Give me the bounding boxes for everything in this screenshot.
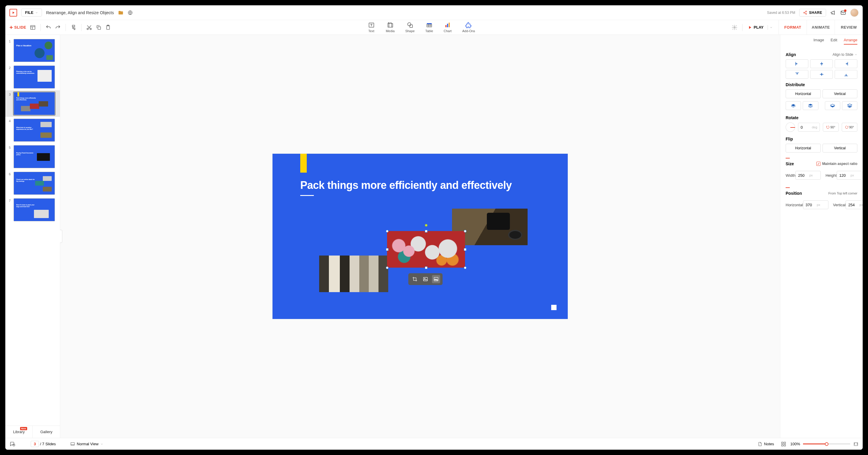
flip-vertical[interactable]: Vertical (823, 144, 858, 153)
mail-icon[interactable] (840, 10, 846, 15)
insert-shape[interactable]: Shape (405, 22, 415, 33)
play-dropdown[interactable] (768, 25, 774, 30)
align-title: Align (786, 52, 796, 57)
tab-gallery[interactable]: Gallery (32, 426, 60, 438)
resize-handle-e[interactable] (464, 248, 466, 251)
align-center-v[interactable] (810, 70, 833, 79)
zoom-value: 100% (790, 442, 800, 446)
bring-forward[interactable] (786, 101, 801, 110)
resize-handle-se[interactable] (464, 266, 466, 269)
resize-handle-nw[interactable] (386, 230, 389, 232)
align-top[interactable] (786, 70, 808, 79)
toolbar: + SLIDE Text Media (5, 20, 779, 35)
view-mode-dropdown[interactable]: Normal View (68, 440, 106, 448)
globe-icon[interactable] (128, 10, 133, 15)
bring-to-front[interactable] (803, 101, 818, 110)
slide-title[interactable]: Pack things more efficiently and effecti… (300, 179, 512, 192)
insert-chart[interactable]: Chart (444, 22, 452, 33)
tab-review[interactable]: REVIEW (835, 20, 863, 35)
table-icon (426, 22, 433, 28)
align-center-h[interactable] (810, 59, 833, 68)
comments-icon[interactable] (9, 441, 16, 447)
megaphone-icon[interactable] (830, 10, 836, 15)
align-left[interactable] (786, 59, 808, 68)
current-slide-input[interactable] (31, 441, 39, 447)
fit-image-button[interactable] (432, 275, 440, 283)
addons-icon (465, 22, 472, 28)
insert-text[interactable]: Text (368, 22, 375, 33)
share-button[interactable]: SHARE (799, 9, 826, 17)
slide-thumb-5[interactable]: 5 Buying Travel Insurance policy (5, 143, 60, 170)
slide-thumb-4[interactable]: 4 What kind of vacation experience do yo… (5, 117, 60, 143)
fit-screen-icon[interactable] (853, 442, 859, 447)
tab-format[interactable]: FORMAT (779, 20, 807, 35)
maintain-aspect-checkbox[interactable]: ✓ Maintain aspect ratio (816, 162, 857, 166)
slide-thumb-3[interactable]: 3 Pack things more efficiently and effec… (5, 90, 60, 117)
send-to-back[interactable] (842, 101, 857, 110)
size-title: Size (786, 161, 794, 166)
redo-icon[interactable] (55, 25, 61, 30)
share-icon (803, 11, 807, 15)
slide-canvas[interactable]: Pack things more efficiently and effecti… (273, 154, 568, 319)
subtab-image[interactable]: Image (813, 38, 824, 44)
crop-button[interactable] (411, 275, 419, 283)
rotate-input[interactable]: deg (798, 123, 820, 132)
rotate-handle[interactable] (425, 224, 428, 227)
align-right[interactable] (835, 59, 857, 68)
slide-thumb-7[interactable]: 7 Now it's time to pack your bags and ha… (5, 197, 60, 223)
resize-handle-w[interactable] (386, 248, 389, 251)
zoom-slider[interactable] (803, 444, 850, 444)
play-button[interactable]: PLAY (747, 24, 764, 31)
width-input[interactable]: px (795, 171, 821, 180)
file-menu-button[interactable]: FILE (21, 8, 42, 17)
slide-thumb-6[interactable]: 6 Check out online deals for big savings (5, 170, 60, 197)
chevron-down-icon (855, 53, 857, 56)
document-title[interactable]: Rearrange, Align and Resize Objects (46, 10, 114, 15)
tab-library[interactable]: Library New (5, 426, 32, 438)
replace-image-button[interactable] (421, 275, 430, 283)
insert-media[interactable]: Media (386, 22, 395, 33)
slide-thumb-2[interactable]: 2 Planning a trip can be overwhelming so… (5, 64, 60, 90)
folder-icon[interactable] (118, 10, 123, 15)
insert-addons[interactable]: Add-Ons (462, 22, 475, 33)
app-logo-icon[interactable] (9, 9, 17, 17)
settings-icon[interactable] (732, 25, 738, 30)
user-avatar[interactable] (850, 8, 859, 17)
panel-collapse-handle[interactable] (60, 230, 62, 243)
align-scope-dropdown[interactable]: Align to Slide (833, 53, 857, 57)
image-pills-selected[interactable] (387, 231, 465, 268)
paste-icon[interactable] (105, 25, 111, 30)
rotate-ccw-90[interactable]: 90° (823, 123, 838, 132)
distribute-vertical[interactable]: Vertical (823, 89, 858, 98)
rotate-cw-90[interactable]: 90° (842, 123, 857, 132)
align-bottom[interactable] (835, 70, 857, 79)
tab-animate[interactable]: ANIMATE (807, 20, 835, 35)
svg-rect-20 (449, 23, 450, 27)
distribute-horizontal[interactable]: Horizontal (786, 89, 821, 98)
play-icon (748, 25, 752, 30)
send-backward[interactable] (825, 101, 840, 110)
slide-thumb-1[interactable]: 1 Plan a Vacation (5, 37, 60, 64)
image-clothes[interactable] (319, 256, 388, 292)
undo-icon[interactable] (45, 25, 51, 30)
pos-v-input[interactable]: px (845, 200, 863, 209)
plus-icon: + (9, 25, 13, 30)
notes-button[interactable]: Notes (755, 440, 777, 448)
resize-handle-s[interactable] (425, 266, 428, 269)
subtab-edit[interactable]: Edit (831, 38, 837, 44)
flip-horizontal[interactable]: Horizontal (786, 144, 821, 153)
resize-handle-n[interactable] (425, 230, 428, 232)
resize-handle-ne[interactable] (464, 230, 466, 232)
grid-view-icon[interactable] (781, 442, 786, 447)
insert-table[interactable]: Table (425, 22, 433, 33)
format-painter-icon[interactable] (70, 25, 76, 30)
height-input[interactable]: px (837, 171, 862, 180)
cut-icon[interactable] (86, 25, 92, 30)
subtab-arrange[interactable]: Arrange (844, 38, 857, 44)
layout-icon[interactable] (30, 25, 36, 30)
add-slide-button[interactable]: + SLIDE (9, 25, 26, 30)
rotate-dial[interactable] (786, 123, 795, 132)
resize-handle-sw[interactable] (386, 266, 389, 269)
pos-h-input[interactable]: px (803, 200, 829, 209)
copy-icon[interactable] (96, 25, 101, 30)
